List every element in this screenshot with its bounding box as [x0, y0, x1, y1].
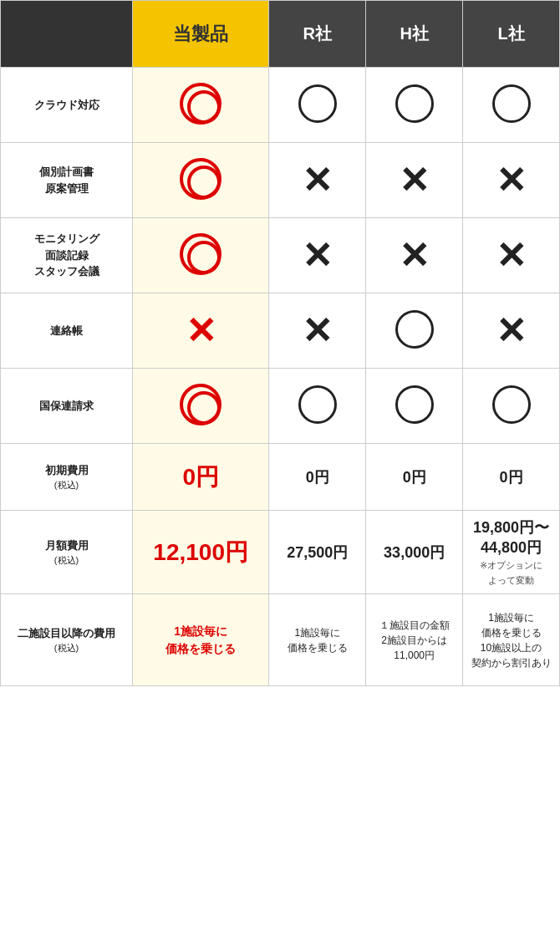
- monthly-cost-l: 19,800円〜44,800円 ※オプションによって変動: [463, 511, 560, 594]
- circle-icon: [395, 310, 434, 349]
- l-cell-0: [463, 68, 560, 143]
- second-facility-our: 1施設毎に価格を乗じる: [133, 594, 269, 686]
- l-cell-4: [463, 369, 560, 444]
- feature-label-0: クラウド対応: [1, 68, 133, 143]
- h-cell-2: ✕: [366, 218, 463, 293]
- column-header-our-product: 当製品: [133, 1, 269, 68]
- second-facility-row: 二施設目以降の費用 (税込) 1施設毎に価格を乗じる 1施設毎に価格を乗じる １…: [1, 594, 560, 686]
- h-cell-1: ✕: [366, 143, 463, 218]
- our-product-label: 当製品: [173, 23, 228, 44]
- h-company-label: H社: [400, 24, 428, 43]
- cross-black-icon: ✕: [496, 313, 527, 349]
- monthly-cost-h: 33,000円: [366, 511, 463, 594]
- circle-icon: [298, 84, 337, 123]
- r-cell-3: ✕: [269, 293, 366, 369]
- double-circle-icon: [180, 384, 221, 425]
- cross-black-icon: ✕: [496, 237, 527, 274]
- our-cell-4: [133, 369, 269, 444]
- feature-row-4: 国保連請求: [1, 369, 560, 444]
- our-cell-1: [133, 143, 269, 218]
- circle-icon: [395, 84, 434, 123]
- l-cell-3: ✕: [463, 293, 560, 369]
- our-cell-3: ✕: [133, 293, 269, 369]
- second-facility-l: 1施設毎に価格を乗じる10施設以上の契約から割引あり: [463, 594, 560, 686]
- initial-cost-our: 0円: [133, 444, 269, 511]
- cross-red-icon: ✕: [186, 313, 216, 349]
- circle-icon: [298, 385, 337, 424]
- initial-cost-label: 初期費用 (税込): [1, 444, 133, 511]
- r-cell-2: ✕: [269, 218, 366, 293]
- feature-label-1: 個別計画書原案管理: [1, 143, 133, 218]
- l-company-label: L社: [497, 24, 524, 43]
- initial-cost-r: 0円: [269, 444, 366, 511]
- l-cell-1: ✕: [463, 143, 560, 218]
- monthly-cost-row: 月額費用 (税込) 12,100円 27,500円 33,000円 19,800…: [1, 511, 560, 594]
- column-header-r: R社: [269, 1, 366, 68]
- initial-cost-row: 初期費用 (税込) 0円 0円 0円 0円: [1, 444, 560, 511]
- cross-black-icon: ✕: [496, 162, 527, 199]
- second-facility-label: 二施設目以降の費用 (税込): [1, 594, 133, 686]
- monthly-cost-label: 月額費用 (税込): [1, 511, 133, 594]
- cross-black-icon: ✕: [399, 162, 430, 199]
- second-facility-r: 1施設毎に価格を乗じる: [269, 594, 366, 686]
- circle-icon: [492, 84, 531, 123]
- l-cell-2: ✕: [463, 218, 560, 293]
- h-cell-0: [366, 68, 463, 143]
- column-header-feature: [1, 1, 133, 68]
- cross-black-icon: ✕: [302, 237, 333, 274]
- cross-black-icon: ✕: [399, 237, 430, 274]
- r-cell-1: ✕: [269, 143, 366, 218]
- double-circle-icon: [180, 83, 221, 125]
- initial-cost-h: 0円: [366, 444, 463, 511]
- feature-label-3: 連絡帳: [1, 293, 133, 369]
- feature-row-2: モニタリング面談記録スタッフ会議✕✕✕: [1, 218, 560, 293]
- column-header-l: L社: [463, 1, 560, 68]
- our-cell-0: [133, 68, 269, 143]
- feature-row-3: 連絡帳✕✕✕: [1, 293, 560, 369]
- circle-icon: [395, 385, 434, 424]
- monthly-cost-r: 27,500円: [269, 511, 366, 594]
- cross-black-icon: ✕: [302, 313, 333, 349]
- r-cell-4: [269, 369, 366, 444]
- feature-row-0: クラウド対応: [1, 68, 560, 143]
- column-header-h: H社: [366, 1, 463, 68]
- second-facility-h: １施設目の金額2施設目からは11,000円: [366, 594, 463, 686]
- r-cell-0: [269, 68, 366, 143]
- h-cell-4: [366, 369, 463, 444]
- monthly-cost-our: 12,100円: [133, 511, 269, 594]
- double-circle-icon: [180, 233, 221, 275]
- our-cell-2: [133, 218, 269, 293]
- feature-label-2: モニタリング面談記録スタッフ会議: [1, 218, 133, 293]
- feature-label-4: 国保連請求: [1, 369, 133, 444]
- initial-cost-l: 0円: [463, 444, 560, 511]
- feature-row-1: 個別計画書原案管理✕✕✕: [1, 143, 560, 218]
- cross-black-icon: ✕: [302, 162, 333, 199]
- h-cell-3: [366, 293, 463, 369]
- r-company-label: R社: [303, 24, 332, 43]
- circle-icon: [492, 385, 531, 424]
- double-circle-icon: [180, 158, 221, 200]
